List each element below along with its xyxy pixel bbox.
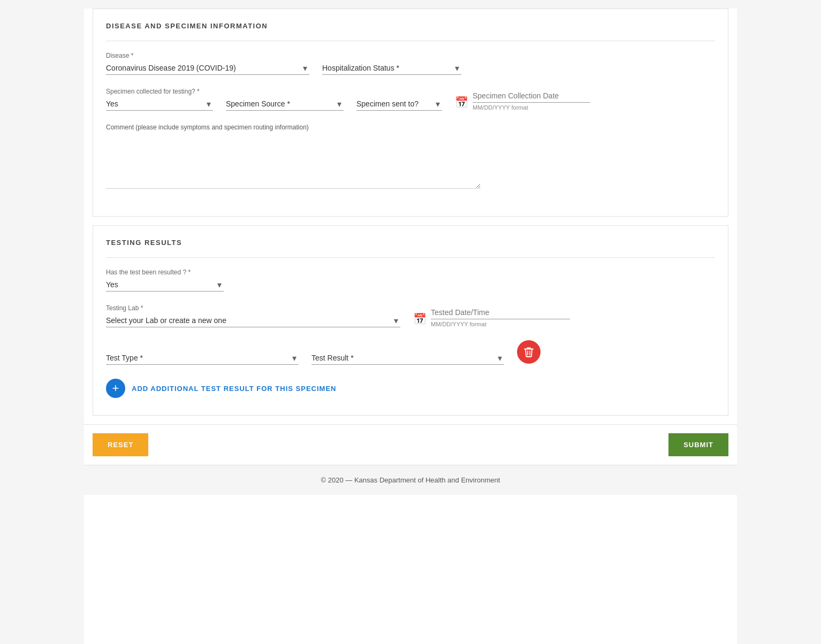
has-result-select-wrapper[interactable]: Yes ▾: [106, 278, 224, 292]
test-type-select-wrapper[interactable]: Test Type * ▾: [106, 351, 299, 365]
test-result-select[interactable]: Test Result *: [311, 351, 504, 365]
test-type-label: [106, 342, 299, 349]
disease-select[interactable]: Coronavirus Disease 2019 (COVID-19): [106, 62, 309, 75]
test-result-label: [311, 342, 504, 349]
disease-row: Disease * Coronavirus Disease 2019 (COVI…: [106, 52, 715, 75]
test-type-group: Test Type * ▾: [106, 342, 299, 365]
reset-button[interactable]: RESET: [93, 433, 148, 456]
disease-select-wrapper[interactable]: Coronavirus Disease 2019 (COVID-19) ▾: [106, 62, 309, 75]
add-test-label[interactable]: ADD ADDITIONAL TEST RESULT FOR THIS SPEC…: [132, 385, 337, 393]
collection-date-group: MM/DD/YYYY format: [473, 89, 590, 111]
collection-date-wrapper: 📅 MM/DD/YYYY format: [455, 89, 590, 111]
testing-lab-group: Testing Lab * Select your Lab or create …: [106, 304, 400, 327]
tested-date-hint: MM/DD/YYYY format: [431, 321, 570, 327]
testing-lab-label: Testing Lab *: [106, 304, 400, 312]
specimen-collected-label: Specimen collected for testing? *: [106, 88, 213, 95]
hosp-label: [322, 52, 461, 59]
disease-group: Disease * Coronavirus Disease 2019 (COVI…: [106, 52, 309, 75]
add-test-button[interactable]: +: [106, 379, 125, 398]
testing-lab-row: Testing Lab * Select your Lab or create …: [106, 304, 715, 327]
submit-button[interactable]: SUBMIT: [668, 433, 728, 456]
collection-date-input[interactable]: [473, 89, 590, 103]
footer-bar: RESET SUBMIT: [84, 424, 737, 465]
tested-date-wrapper: 📅 MM/DD/YYYY format: [413, 306, 570, 327]
comment-label: Comment (please include symptoms and spe…: [106, 124, 715, 131]
delete-test-button[interactable]: [517, 340, 541, 364]
comment-row: Comment (please include symptoms and spe…: [106, 124, 715, 190]
comment-textarea[interactable]: [106, 135, 481, 189]
specimen-collected-group: Specimen collected for testing? * Yes ▾: [106, 88, 213, 111]
specimen-sentto-select[interactable]: Specimen sent to?: [356, 97, 442, 111]
testing-lab-select-wrapper[interactable]: Select your Lab or create a new one ▾: [106, 314, 400, 327]
disease-specimen-section: DISEASE AND SPECIMEN INFORMATION Disease…: [93, 9, 728, 217]
has-result-label: Has the test been resulted ? *: [106, 269, 224, 276]
specimen-source-select-wrapper[interactable]: Specimen Source * ▾: [226, 97, 344, 111]
has-result-row: Has the test been resulted ? * Yes ▾: [106, 269, 715, 292]
tested-date-group: MM/DD/YYYY format: [431, 306, 570, 327]
hosp-select[interactable]: Hospitalization Status *: [322, 62, 461, 75]
disease-label: Disease *: [106, 52, 309, 59]
specimen-collected-select[interactable]: Yes: [106, 97, 213, 111]
test-type-result-row: Test Type * ▾ Test Result * ▾: [106, 340, 715, 366]
specimen-sentto-group: Specimen sent to? ▾: [356, 88, 442, 111]
add-icon: +: [112, 382, 119, 394]
hosp-group: Hospitalization Status * ▾: [322, 52, 461, 75]
specimen-source-select[interactable]: Specimen Source *: [226, 97, 344, 111]
has-result-group: Has the test been resulted ? * Yes ▾: [106, 269, 224, 292]
tested-date-input[interactable]: [431, 306, 570, 319]
specimen-sentto-select-wrapper[interactable]: Specimen sent to? ▾: [356, 97, 442, 111]
delete-icon: [524, 347, 534, 357]
testing-section-title: TESTING RESULTS: [106, 239, 715, 247]
specimen-row: Specimen collected for testing? * Yes ▾ …: [106, 88, 715, 111]
tested-date-calendar-icon[interactable]: 📅: [413, 312, 427, 325]
has-result-select[interactable]: Yes: [106, 278, 224, 292]
testing-lab-select[interactable]: Select your Lab or create a new one: [106, 314, 400, 327]
test-result-group: Test Result * ▾: [311, 342, 504, 365]
specimen-source-label: [226, 88, 344, 95]
specimen-sentto-label: [356, 88, 442, 95]
test-result-select-wrapper[interactable]: Test Result * ▾: [311, 351, 504, 365]
comment-group: Comment (please include symptoms and spe…: [106, 124, 715, 190]
copyright-text: © 2020 — Kansas Department of Health and…: [321, 476, 500, 484]
specimen-source-group: Specimen Source * ▾: [226, 88, 344, 111]
collection-date-hint: MM/DD/YYYY format: [473, 104, 590, 111]
specimen-collected-select-wrapper[interactable]: Yes ▾: [106, 97, 213, 111]
hosp-select-wrapper[interactable]: Hospitalization Status * ▾: [322, 62, 461, 75]
page-footer: © 2020 — Kansas Department of Health and…: [84, 465, 737, 495]
disease-section-title: DISEASE AND SPECIMEN INFORMATION: [106, 22, 715, 30]
testing-results-section: TESTING RESULTS Has the test been result…: [93, 225, 728, 416]
test-type-select[interactable]: Test Type *: [106, 351, 299, 365]
collection-date-calendar-icon[interactable]: 📅: [455, 96, 468, 109]
add-test-row[interactable]: + ADD ADDITIONAL TEST RESULT FOR THIS SP…: [106, 379, 715, 398]
